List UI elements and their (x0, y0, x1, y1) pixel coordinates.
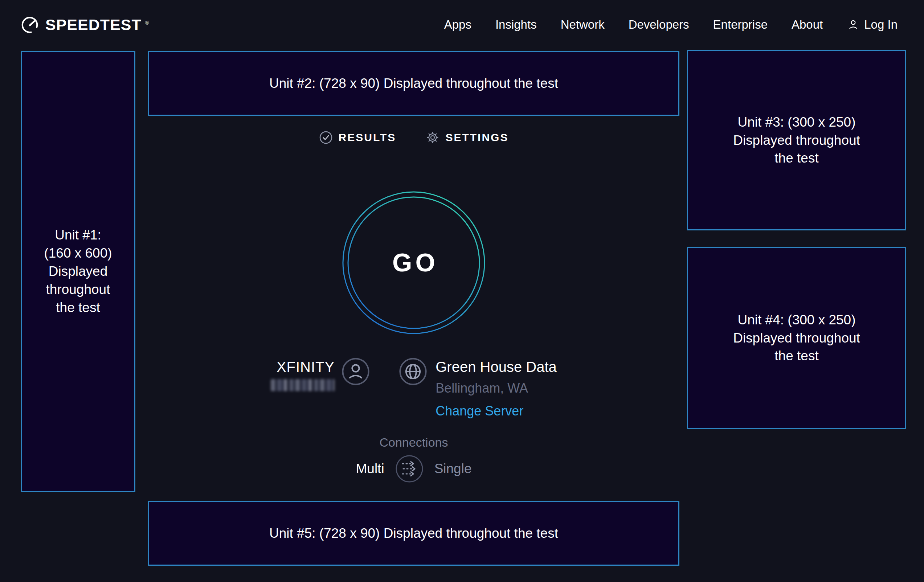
nav-item-enterprise[interactable]: Enterprise (713, 18, 767, 31)
speedtest-logo[interactable]: SPEEDTEST ® (20, 15, 149, 35)
server-location: Bellingham, WA (436, 381, 528, 396)
connections-multi-option[interactable]: Multi (356, 461, 384, 476)
ad-unit-4[interactable]: Unit #4: (300 x 250) Displayed throughou… (687, 247, 906, 429)
isp-block: XFINITY (271, 358, 370, 391)
isp-name: XFINITY (277, 358, 335, 376)
speedtest-gauge-icon (20, 15, 40, 35)
isp-ip-redacted (271, 379, 335, 391)
ad-unit-3-text: Unit #3: (300 x 250) Displayed throughou… (733, 113, 860, 168)
check-circle-icon (319, 130, 333, 144)
tab-settings-label: SETTINGS (445, 131, 508, 144)
change-server-link[interactable]: Change Server (436, 404, 523, 419)
connections-single-option[interactable]: Single (434, 461, 472, 476)
tab-results[interactable]: RESULTS (319, 130, 396, 144)
ad-unit-1-text: Unit #1: (160 x 600) Displayed throughou… (44, 226, 112, 317)
tab-results-label: RESULTS (338, 131, 396, 144)
gear-icon (426, 130, 439, 144)
logo-text: SPEEDTEST (45, 16, 142, 34)
user-icon (847, 18, 860, 31)
go-button-label: GO (342, 191, 485, 334)
ad-unit-4-text: Unit #4: (300 x 250) Displayed throughou… (733, 311, 860, 365)
multi-connection-toggle-icon[interactable] (395, 455, 424, 483)
go-button[interactable]: GO (342, 191, 485, 334)
connections-label: Connections (148, 435, 680, 450)
globe-icon (399, 358, 427, 385)
nav-item-about[interactable]: About (792, 18, 823, 31)
user-circle-icon (342, 358, 370, 385)
server-name: Green House Data (436, 358, 557, 376)
ad-unit-1[interactable]: Unit #1: (160 x 600) Displayed throughou… (21, 51, 135, 492)
ad-unit-3[interactable]: Unit #3: (300 x 250) Displayed throughou… (687, 50, 906, 231)
main-content: RESULTS SETTINGS (148, 0, 680, 582)
login-label: Log In (864, 18, 898, 31)
connection-info-row: XFINITY Green House Data Bellingham, (148, 358, 680, 419)
connections-toggle-row: Multi Single (148, 455, 680, 483)
server-block: Green House Data Bellingham, WA Change S… (399, 358, 557, 419)
tab-bar: RESULTS SETTINGS (148, 130, 680, 144)
nav-item-login[interactable]: Log In (847, 18, 898, 31)
tab-settings[interactable]: SETTINGS (426, 130, 508, 144)
